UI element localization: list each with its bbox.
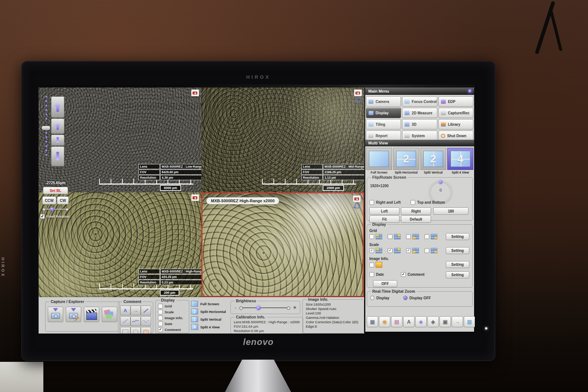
ccw-button[interactable]: CCW <box>42 196 56 204</box>
camera-icon[interactable] <box>191 194 199 201</box>
menu-button-3d[interactable]: 3D <box>402 119 437 129</box>
capture-annotate-button[interactable] <box>66 307 81 322</box>
image-explorer-button[interactable] <box>102 307 117 322</box>
print-tool-button[interactable]: ▣ <box>440 316 451 327</box>
split-4-option[interactable]: 4Split 4 View <box>191 324 226 330</box>
rect-select-button[interactable] <box>120 327 130 334</box>
circle-select-button[interactable] <box>130 327 141 334</box>
z-slider-knob[interactable] <box>42 126 50 130</box>
date-option[interactable]: Date <box>369 272 384 277</box>
image-info-checkbox[interactable] <box>369 263 374 267</box>
menu-button-display[interactable]: Display <box>366 108 401 118</box>
text-tool-button[interactable]: A <box>403 316 415 327</box>
menu-button-system[interactable]: System <box>402 131 437 141</box>
menu-button-2d-measure[interactable]: 2D Measure <box>402 108 437 118</box>
mirror-top-bottom-option[interactable]: Top and Bottom <box>410 200 445 205</box>
line-annotation-button[interactable] <box>120 316 130 326</box>
stage-down-button[interactable] <box>51 135 64 146</box>
z-slider-up-ticks[interactable]: ▲▲▲▲▲▲ <box>43 94 50 121</box>
scale-setting-button[interactable]: Setting <box>446 247 469 254</box>
cw-button[interactable]: CW <box>57 196 69 204</box>
brightness-slider[interactable] <box>239 306 290 310</box>
grid-toggle[interactable]: Grid <box>158 304 187 309</box>
scale-toggle[interactable]: Scale <box>158 310 187 314</box>
view-split-4[interactable]: 4 Split 4 View <box>447 148 473 174</box>
view-split-horizontal[interactable]: 2 Split Horizontal <box>393 148 419 174</box>
menu-button-edp[interactable]: EDP <box>438 96 473 107</box>
comment-toggle[interactable]: Comment <box>158 327 187 332</box>
scale-q1-checkbox[interactable] <box>369 248 374 253</box>
rotation-slider[interactable] <box>42 207 69 211</box>
exit-tool-button[interactable]: → <box>452 316 463 327</box>
camera-icon[interactable] <box>354 89 362 96</box>
grid-q3-checkbox[interactable] <box>406 234 411 239</box>
brightness-knob[interactable] <box>257 306 261 310</box>
view-full-screen[interactable]: Full Screen <box>366 148 392 174</box>
comment-checkbox[interactable] <box>401 272 406 277</box>
grid-q4-checkbox[interactable] <box>424 234 429 239</box>
display-radio[interactable] <box>370 296 374 300</box>
camera-icon[interactable] <box>353 195 361 202</box>
menu-button-tiling[interactable]: Tiling <box>366 119 401 129</box>
announce-tool-button[interactable]: ◆ <box>427 316 439 327</box>
rotate-180-button[interactable]: 180 <box>433 207 469 215</box>
scale-q3-checkbox[interactable] <box>406 248 411 253</box>
fixed-rotation-option[interactable]: Fixed Rotation <box>40 214 69 219</box>
off-button[interactable]: OFF <box>373 280 397 287</box>
rotate-right-button[interactable]: Right <box>401 207 431 215</box>
top-bottom-checkbox[interactable] <box>410 200 415 205</box>
illumination-tool-button[interactable]: ◉ <box>379 316 390 327</box>
fit-button[interactable]: Fit <box>369 215 399 223</box>
full-screen-option[interactable]: Full Screen <box>191 301 226 307</box>
date-checkbox[interactable] <box>158 321 163 326</box>
grid-q2-checkbox[interactable] <box>388 234 392 239</box>
menu-button-focus-control[interactable]: Focus Control <box>402 96 437 107</box>
comment-option[interactable]: Comment <box>401 272 424 277</box>
scale-q2-checkbox[interactable] <box>388 248 392 253</box>
arrow-annotation-button[interactable]: → <box>130 306 141 316</box>
magnifier-icon[interactable] <box>355 203 360 209</box>
scale-q4-checkbox[interactable] <box>424 248 429 253</box>
comment-checkbox[interactable] <box>158 327 163 332</box>
dial-knob[interactable] <box>439 181 442 184</box>
split-screen-tool-button[interactable]: ▥ <box>464 316 475 327</box>
hand-capture-tool-button[interactable]: ◈ <box>415 316 427 327</box>
image-info-checkbox[interactable] <box>158 316 163 320</box>
date-checkbox[interactable] <box>369 272 374 277</box>
stage-up-button[interactable] <box>51 118 64 134</box>
digital-zoom-off-option[interactable]: Display OFF <box>403 296 431 300</box>
micrograph-high-range-2000-selected[interactable]: MXB-5000REZ High-Range x2000 <box>201 192 364 297</box>
date-toggle[interactable]: Date <box>158 321 187 326</box>
set-bl-button[interactable]: Set BL <box>43 187 68 194</box>
split-vertical-option[interactable]: 2Split Vertical <box>191 316 226 322</box>
grid-setting-button[interactable]: Setting <box>446 233 469 240</box>
menu-button-library[interactable]: Library <box>438 119 473 129</box>
text-annotation-button[interactable]: A <box>120 306 130 316</box>
grid-q1-checkbox[interactable] <box>369 234 374 239</box>
image-info-setting-button[interactable]: Setting <box>446 261 469 268</box>
stage-up-fast-button[interactable] <box>51 96 64 118</box>
z-slider-down-ticks[interactable]: ▼▼▼▼▼▼ <box>43 131 50 157</box>
view-split-vertical[interactable]: 2 Split Vertical <box>420 148 447 174</box>
menu-button-capture-rec[interactable]: Capture/Rec <box>438 108 473 118</box>
capture-image-button[interactable] <box>48 307 63 322</box>
stage-down-fast-button[interactable] <box>51 146 64 166</box>
image-info-toggle[interactable]: Image Info. <box>158 316 187 320</box>
scale-checkbox[interactable] <box>158 310 163 314</box>
display-off-radio[interactable] <box>403 296 408 300</box>
gallery-tool-button[interactable]: ▤ <box>391 316 402 327</box>
date-comment-setting-button[interactable]: Setting <box>446 271 469 278</box>
freehand-annotation-button[interactable] <box>130 316 141 326</box>
camera-icon[interactable] <box>191 89 199 96</box>
rotation-slider-knob[interactable] <box>50 207 54 211</box>
fixed-rotation-checkbox[interactable] <box>40 214 45 219</box>
erase-annotation-button[interactable] <box>141 327 151 334</box>
multi-capture-tool-button[interactable]: ▦ <box>367 316 378 327</box>
menu-button-shutdown[interactable]: Shut Down <box>438 131 473 141</box>
rotate-left-button[interactable]: Left <box>369 207 399 215</box>
pen-annotation-button[interactable] <box>141 306 151 316</box>
default-button[interactable]: Default <box>401 215 431 223</box>
magnifier-icon[interactable] <box>356 97 361 103</box>
digital-zoom-display-option[interactable]: Display <box>370 296 390 300</box>
menu-button-report[interactable]: Report <box>366 131 401 141</box>
